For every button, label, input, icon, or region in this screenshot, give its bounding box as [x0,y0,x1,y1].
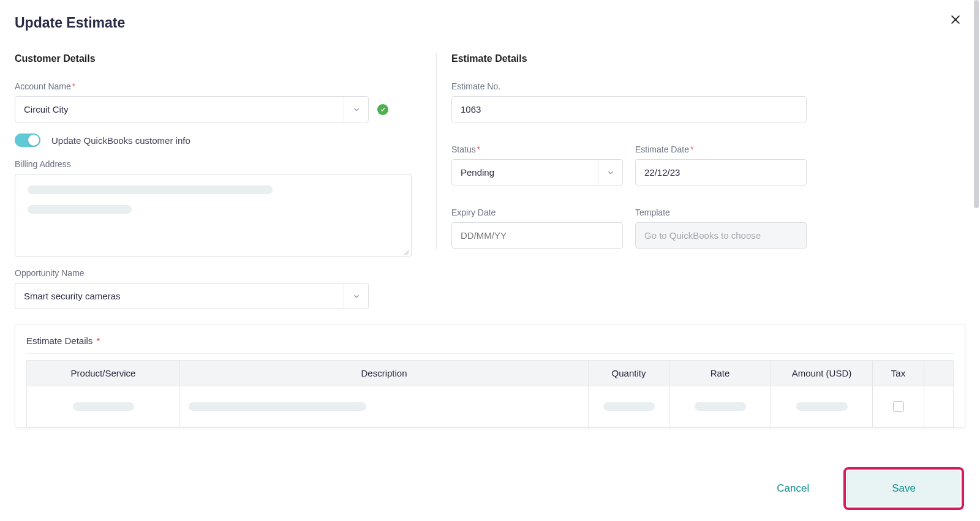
col-product: Product/Service [27,361,180,386]
account-verified-badge [377,104,388,115]
billing-address-label: Billing Address [15,159,412,169]
required-marker: * [94,335,100,346]
footer-actions: Cancel Save [0,456,980,521]
col-quantity: Quantity [589,361,669,386]
cell-description[interactable] [180,386,589,427]
scrollbar-thumb[interactable] [974,0,979,208]
billing-address-input[interactable] [15,174,412,257]
cell-actions [924,386,954,427]
status-field: Status* Pending [451,144,623,186]
skeleton-cell [73,402,134,411]
skeleton-cell [796,402,848,411]
skeleton-line [28,205,132,214]
save-button[interactable]: Save [847,471,960,506]
update-quickbooks-row: Update QuickBooks customer info [15,133,412,147]
close-icon [949,13,962,26]
template-input [635,222,807,249]
opportunity-name-value: Smart security cameras [15,283,344,309]
account-name-value: Circuit City [15,97,344,122]
account-name-field: Account Name* Circuit City [15,81,412,122]
cell-tax [873,386,924,427]
skeleton-cell [189,402,366,411]
opportunity-name-caret [344,283,368,309]
status-value: Pending [452,160,598,185]
update-quickbooks-label: Update QuickBooks customer info [51,135,190,146]
estimate-details-column: Estimate Details Estimate No. Status* Pe… [436,53,965,249]
opportunity-name-select[interactable]: Smart security cameras [15,283,369,309]
cell-quantity[interactable] [589,386,669,427]
status-label: Status* [451,144,623,154]
close-button[interactable] [947,11,964,28]
skeleton-line [28,186,273,194]
estimate-date-label: Estimate Date* [635,144,807,154]
line-items-table: Product/Service Description Quantity Rat… [26,360,954,427]
tax-checkbox[interactable] [893,401,904,412]
estimate-no-input[interactable] [451,96,807,122]
resize-handle-icon[interactable] [402,247,409,255]
cancel-button[interactable]: Cancel [777,482,809,495]
template-label: Template [635,208,807,217]
col-tax: Tax [873,361,924,386]
account-name-caret [344,97,368,122]
required-marker: * [72,81,75,91]
col-amount: Amount (USD) [771,361,873,386]
col-description: Description [180,361,589,386]
line-items-header: Product/Service Description Quantity Rat… [27,361,954,386]
opportunity-name-label: Opportunity Name [15,268,412,278]
estimate-date-input[interactable] [635,159,807,186]
required-marker: * [690,144,693,154]
skeleton-cell [695,402,746,411]
line-items-card: Estimate Details * Product/Service Descr… [15,324,965,428]
skeleton-cell [603,402,655,411]
account-name-row: Circuit City [15,96,412,122]
chevron-down-icon [606,168,615,177]
form-columns: Customer Details Account Name* Circuit C… [15,53,965,320]
chevron-down-icon [352,292,361,301]
account-name-label: Account Name* [15,81,412,91]
cell-product[interactable] [27,386,180,427]
check-icon [380,107,386,113]
required-marker: * [477,144,480,154]
toggle-knob [28,135,39,146]
save-button-highlight: Save [843,467,964,510]
status-select[interactable]: Pending [451,159,623,186]
vertical-scrollbar[interactable] [974,0,979,429]
estimate-no-field: Estimate No. [451,81,807,122]
account-name-select[interactable]: Circuit City [15,96,369,122]
line-items-title: Estimate Details * [26,335,954,354]
col-actions [924,361,954,386]
expiry-date-field: Expiry Date [451,208,623,249]
status-caret [598,160,622,185]
billing-address-field: Billing Address [15,159,412,257]
estimate-date-field: Estimate Date* [635,144,807,186]
customer-details-column: Customer Details Account Name* Circuit C… [15,53,436,320]
col-rate: Rate [669,361,771,386]
customer-details-heading: Customer Details [15,53,412,64]
estimate-details-grid: Estimate No. Status* Pending [451,81,965,260]
template-field: Template [635,208,807,249]
estimate-details-heading: Estimate Details [451,53,965,64]
cell-rate[interactable] [669,386,771,427]
expiry-date-label: Expiry Date [451,208,623,217]
chevron-down-icon [352,105,361,114]
table-row[interactable] [27,386,954,427]
expiry-date-input[interactable] [451,222,623,249]
update-quickbooks-toggle[interactable] [15,133,40,147]
page-title: Update Estimate [15,15,965,31]
opportunity-name-field: Opportunity Name Smart security cameras [15,268,412,309]
update-estimate-page: Update Estimate Customer Details Account… [0,0,980,521]
cell-amount[interactable] [771,386,873,427]
estimate-no-label: Estimate No. [451,81,807,91]
